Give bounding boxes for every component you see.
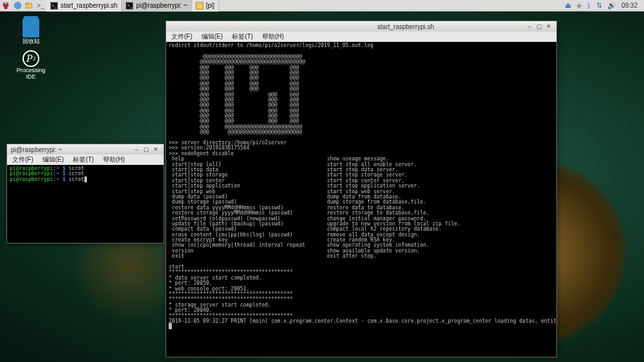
terminal-output[interactable]: pi@raspberrypi:~ $ scrotpi@raspberrypi:~…: [7, 165, 164, 243]
desktop-trash-label: 回收站: [23, 37, 40, 46]
taskbar-item-folder[interactable]: [pi]: [192, 0, 219, 12]
desktop-processing-label: Processing IDE: [12, 67, 50, 80]
terminal-output[interactable]: redirct stdout/stderr to /home/pi/o2serv…: [166, 42, 556, 357]
menu-file[interactable]: 文件(F): [12, 155, 33, 164]
terminal-window-pi: pi@raspberrypi: ~ – ▢ ✕ 文件(F) 编辑(E) 标签(T…: [6, 144, 164, 243]
taskbar-item-label: pi@raspberrypi: ~: [136, 2, 187, 9]
svg-rect-7: [25, 3, 28, 4]
wifi-icon[interactable]: ◈: [576, 1, 582, 10]
trash-icon: [23, 18, 39, 37]
folder-icon: [196, 2, 204, 10]
taskbar-item-pi-terminal[interactable]: >_ pi@raspberrypi: ~: [122, 0, 191, 12]
window-menubar: 文件(F) 编辑(E) 标签(T) 帮助(H): [7, 155, 164, 165]
globe-icon[interactable]: [12, 0, 23, 12]
network-icon[interactable]: ⇅: [596, 1, 602, 10]
menu-tab[interactable]: 标签(T): [232, 32, 253, 41]
minimize-button[interactable]: –: [526, 23, 533, 30]
svg-point-4: [6, 2, 9, 3]
terminal-launcher-icon[interactable]: >_: [35, 0, 46, 12]
bluetooth-icon[interactable]: ᛒ: [587, 2, 591, 10]
menu-help[interactable]: 帮助(H): [103, 155, 125, 164]
taskbar-item-label: start_raspberrypi.sh: [61, 2, 117, 9]
raspberry-menu-icon[interactable]: [0, 0, 12, 12]
maximize-button[interactable]: ▢: [535, 23, 543, 30]
window-title: pi@raspberrypi: ~: [11, 146, 62, 153]
menu-edit[interactable]: 编辑(E): [43, 155, 64, 164]
window-menubar: 文件(F) 编辑(E) 标签(T) 帮助(H): [166, 32, 556, 42]
svg-point-2: [4, 6, 7, 9]
volume-icon[interactable]: 🔊: [607, 1, 616, 10]
maximize-button[interactable]: ▢: [142, 146, 150, 153]
menu-edit[interactable]: 编辑(E): [202, 32, 223, 41]
files-icon[interactable]: [23, 0, 35, 12]
processing-icon: P3: [23, 50, 39, 67]
clock[interactable]: 09:32: [621, 2, 638, 9]
taskbar-item-label: [pi]: [206, 2, 214, 9]
close-button[interactable]: ✕: [545, 23, 553, 30]
taskbar-item-start-script[interactable]: >_ start_raspberrypi.sh: [46, 0, 122, 12]
desktop-trash[interactable]: 回收站: [12, 18, 50, 46]
menu-help[interactable]: 帮助(H): [262, 32, 284, 41]
svg-point-3: [3, 2, 5, 3]
eject-icon[interactable]: ⏏: [565, 1, 571, 10]
menu-tab[interactable]: 标签(T): [73, 155, 94, 164]
desktop-processing-ide[interactable]: P3 Processing IDE: [12, 50, 50, 80]
menu-file[interactable]: 文件(F): [171, 32, 193, 41]
window-titlebar[interactable]: pi@raspberrypi: ~ – ▢ ✕: [7, 144, 164, 155]
minimize-button[interactable]: –: [133, 146, 140, 153]
taskbar: >_ >_ start_raspberrypi.sh >_ pi@raspber…: [0, 0, 644, 12]
close-button[interactable]: ✕: [152, 146, 160, 153]
window-titlebar[interactable]: start_raspberrypi.sh – ▢ ✕: [166, 21, 556, 32]
terminal-window-start-script: start_raspberrypi.sh – ▢ ✕ 文件(F) 编辑(E) 标…: [166, 21, 557, 357]
terminal-icon: >_: [50, 2, 58, 10]
terminal-icon: >_: [126, 2, 133, 10]
window-title: start_raspberrypi.sh: [286, 23, 526, 30]
